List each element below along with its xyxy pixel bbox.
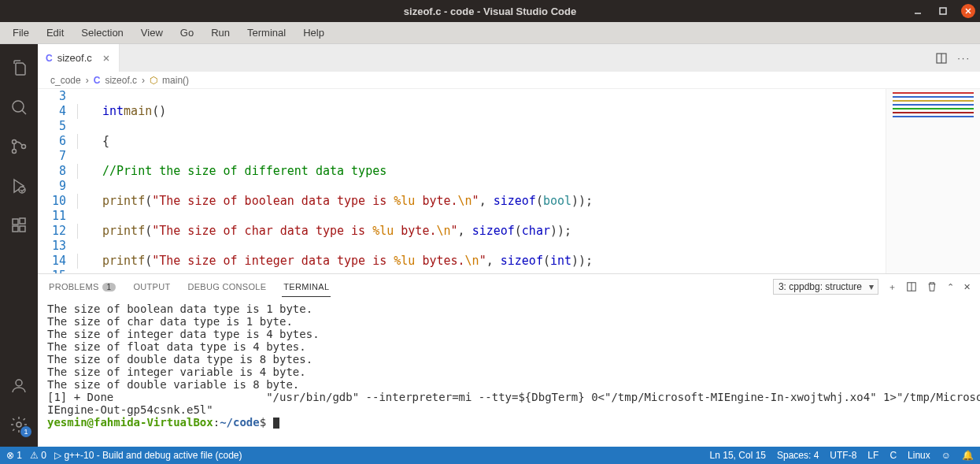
status-eol[interactable]: LF: [867, 450, 878, 461]
status-warnings[interactable]: ⚠ 0: [30, 450, 46, 461]
accounts-icon[interactable]: [0, 368, 38, 403]
menu-edit[interactable]: Edit: [39, 24, 72, 42]
chevron-right-icon: ›: [142, 75, 145, 86]
svg-rect-12: [20, 226, 25, 232]
status-debug[interactable]: ▷ g++-10 - Build and debug active file (…: [54, 450, 242, 461]
maximize-panel-icon[interactable]: ⌃: [947, 282, 954, 292]
minimap[interactable]: [886, 89, 980, 273]
menu-view[interactable]: View: [133, 24, 171, 42]
svg-rect-10: [13, 219, 18, 225]
terminal-prompt[interactable]: yesmin@fahmida-VirtualBox:~/code$: [47, 416, 971, 429]
tab-sizeof[interactable]: C sizeof.c: [38, 44, 120, 72]
status-os[interactable]: Linux: [908, 450, 930, 461]
menu-terminal[interactable]: Terminal: [239, 24, 294, 42]
breadcrumb-file[interactable]: sizeof.c: [105, 75, 137, 86]
tab-debug-console[interactable]: DEBUG CONSOLE: [186, 277, 268, 296]
close-button[interactable]: [961, 4, 975, 18]
symbol-icon: ⬡: [150, 75, 157, 86]
breadcrumb[interactable]: c_code › C sizeof.c › ⬡ main(): [38, 72, 980, 89]
titlebar: sizeof.c - code - Visual Studio Code: [0, 0, 980, 22]
svg-point-8: [22, 145, 26, 149]
search-icon[interactable]: [0, 90, 38, 124]
status-encoding[interactable]: UTF-8: [830, 450, 856, 461]
menu-run[interactable]: Run: [203, 24, 238, 42]
breadcrumb-symbol[interactable]: main(): [162, 75, 189, 86]
activity-bar: 1: [0, 44, 38, 447]
tab-problems[interactable]: PROBLEMS1: [47, 277, 117, 296]
svg-point-6: [13, 140, 17, 144]
breadcrumb-folder[interactable]: c_code: [50, 75, 81, 86]
new-terminal-icon[interactable]: ＋: [888, 281, 897, 293]
terminal-body[interactable]: The size of boolean data type is 1 byte.…: [38, 299, 980, 447]
tab-output[interactable]: OUTPUT: [131, 277, 172, 296]
close-tab-icon[interactable]: [102, 54, 111, 63]
svg-point-7: [13, 150, 17, 154]
status-language[interactable]: C: [889, 450, 897, 461]
settings-badge: 1: [20, 426, 31, 437]
code-editor[interactable]: 345 678 91011 121314 15 int main() { //P…: [38, 89, 980, 273]
run-debug-icon[interactable]: [0, 169, 38, 203]
explorer-icon[interactable]: [0, 50, 38, 85]
status-errors[interactable]: ⊗ 1: [6, 450, 22, 461]
menubar: File Edit Selection View Go Run Terminal…: [0, 22, 980, 44]
menu-file[interactable]: File: [5, 24, 37, 42]
close-panel-icon[interactable]: ✕: [963, 282, 971, 292]
window-title: sizeof.c - code - Visual Studio Code: [404, 6, 576, 17]
split-editor-icon[interactable]: [935, 52, 948, 65]
c-file-icon: C: [94, 75, 101, 86]
svg-point-14: [16, 380, 22, 386]
split-terminal-icon[interactable]: [906, 281, 917, 292]
editor-tabs: C sizeof.c ···: [38, 44, 980, 72]
bottom-panel: PROBLEMS1 OUTPUT DEBUG CONSOLE TERMINAL …: [38, 273, 980, 447]
svg-rect-11: [13, 226, 18, 232]
menu-go[interactable]: Go: [172, 24, 202, 42]
svg-point-4: [13, 101, 24, 112]
svg-rect-1: [940, 8, 946, 14]
window-controls: [911, 4, 975, 18]
status-lncol[interactable]: Ln 15, Col 15: [710, 450, 766, 461]
terminal-cursor: [273, 418, 279, 429]
extensions-icon[interactable]: [0, 208, 38, 243]
menu-help[interactable]: Help: [295, 24, 332, 42]
svg-rect-13: [20, 218, 25, 224]
svg-line-5: [22, 110, 26, 114]
menu-selection[interactable]: Selection: [73, 24, 131, 42]
editor-area: C sizeof.c ··· c_code › C sizeof.c › ⬡ m…: [38, 44, 980, 447]
notifications-icon[interactable]: 🔔: [962, 450, 974, 461]
terminal-selector[interactable]: 3: cppdbg: structure: [773, 279, 878, 295]
svg-point-15: [17, 422, 21, 427]
maximize-button[interactable]: [936, 4, 950, 18]
kill-terminal-icon[interactable]: [926, 281, 937, 292]
chevron-right-icon: ›: [86, 75, 89, 86]
code-content[interactable]: int main() { //Print the size of differe…: [77, 89, 886, 273]
more-actions-icon[interactable]: ···: [957, 52, 971, 64]
feedback-icon[interactable]: ☺: [941, 450, 951, 461]
source-control-icon[interactable]: [0, 129, 38, 164]
line-gutter: 345 678 91011 121314 15: [38, 89, 77, 273]
status-spaces[interactable]: Spaces: 4: [777, 450, 819, 461]
tab-terminal[interactable]: TERMINAL: [282, 277, 331, 297]
tab-label: sizeof.c: [57, 52, 92, 64]
c-file-icon: C: [46, 53, 53, 64]
panel-tabs: PROBLEMS1 OUTPUT DEBUG CONSOLE TERMINAL …: [38, 274, 980, 299]
minimize-button[interactable]: [911, 4, 925, 18]
status-bar: ⊗ 1 ⚠ 0 ▷ g++-10 - Build and debug activ…: [0, 447, 980, 464]
settings-icon[interactable]: 1: [0, 407, 38, 442]
